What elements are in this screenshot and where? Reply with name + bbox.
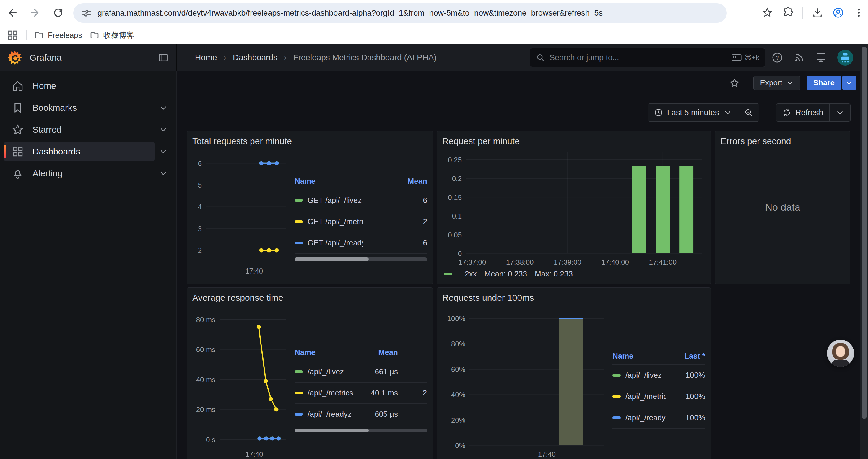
bookmark-star-icon[interactable] (761, 6, 773, 19)
refresh-button[interactable]: Refresh (776, 104, 829, 121)
time-controls: Last 5 minutes Refresh (177, 95, 868, 131)
legend-table: NameMeanGET /api/_/livez6GET /api/_/metr… (294, 173, 427, 261)
legend-row[interactable]: /api/_/readyz100% (613, 407, 705, 429)
legend-row[interactable]: GET /api/_/metrics2 (294, 211, 427, 232)
legend-column-header[interactable]: Last * (665, 352, 705, 361)
sidebar-item-label: Home (32, 81, 56, 91)
zoom-out-button[interactable] (738, 104, 759, 121)
floating-assistant-avatar[interactable] (827, 340, 854, 367)
panel-requests-under-100ms: Requests under 100ms 100%80%60%40%20%0%1… (437, 287, 711, 459)
no-data-message: No data (715, 201, 850, 213)
legend-column-header[interactable]: Mean (363, 177, 427, 186)
svg-text:17:40: 17:40 (245, 267, 263, 275)
search-shortcut: ⌘+k (732, 54, 759, 62)
legend-column-header[interactable]: Las (398, 348, 427, 357)
search-box[interactable]: ⌘+k (530, 48, 766, 67)
chevron-down-icon[interactable] (155, 125, 172, 134)
reload-icon[interactable] (52, 6, 64, 19)
menu-kebab-icon[interactable] (852, 6, 865, 19)
legend-row[interactable]: GET /api/_/readyz6 (294, 232, 427, 254)
sidebar-item-home[interactable]: Home (4, 76, 172, 96)
sidebar-item-alerting[interactable]: Alerting (4, 164, 172, 183)
legend-column-header[interactable]: Name (294, 177, 363, 186)
legend-scrollbar[interactable] (294, 257, 427, 261)
panel-title[interactable]: Total requests per minute (192, 135, 427, 149)
chevron-down-icon[interactable] (155, 169, 172, 178)
legend-scrollbar[interactable] (294, 429, 427, 432)
sidebar-item-starred[interactable]: Starred (4, 120, 172, 139)
legend-column-header[interactable]: Name (294, 348, 363, 357)
svg-text:100%: 100% (447, 315, 465, 323)
legend-row[interactable]: /api/_/readyz605 µs620 (294, 404, 427, 425)
legend-column-header[interactable]: Mean (363, 348, 398, 357)
favorite-star-icon[interactable] (729, 77, 740, 89)
total-requests-chart[interactable]: 6543217:40 (192, 149, 290, 276)
legend-row[interactable]: /api/_/metrics40.1 ms20.5 r (294, 383, 427, 404)
help-icon[interactable]: ? (772, 52, 783, 63)
legend-inline[interactable]: 2xx Mean: 0.233 Max: 0.233 (442, 269, 705, 278)
page-scrollbar[interactable] (860, 44, 868, 459)
grafana-logo[interactable] (8, 51, 22, 65)
sidebar-item-label: Bookmarks (32, 103, 77, 113)
url-text[interactable]: grafana.mathmast.com/d/deytv4rwavabkb/fr… (97, 8, 603, 18)
search-icon (536, 53, 545, 62)
legend-row[interactable]: /api/_/livez100% (613, 365, 705, 386)
average-response-time-chart[interactable]: 80 ms60 ms40 ms20 ms0 s17:40 (192, 305, 290, 459)
folder-icon (90, 30, 99, 40)
breadcrumb-dashboards[interactable]: Dashboards (233, 53, 277, 62)
search-input[interactable] (550, 53, 727, 62)
series-mean: Mean: 0.233 (484, 269, 527, 278)
legend-header: NameMean (294, 173, 427, 190)
bookmark-folder-blogs[interactable]: 收藏博客 (90, 30, 134, 40)
user-avatar[interactable] (837, 50, 853, 66)
panel-title[interactable]: Requests under 100ms (442, 292, 705, 305)
breadcrumb-home[interactable]: Home (195, 53, 217, 62)
series-color-chip (613, 395, 621, 398)
time-range-picker[interactable]: Last 5 minutes (648, 104, 738, 121)
svg-text:17:40: 17:40 (538, 450, 556, 458)
news-rss-icon[interactable] (794, 52, 805, 63)
svg-text:0.15: 0.15 (448, 193, 462, 201)
sidebar-item-bookmarks[interactable]: Bookmarks (4, 98, 172, 118)
svg-text:60%: 60% (451, 365, 465, 373)
sidebar-item-dashboards[interactable]: Dashboards (4, 142, 172, 161)
request-per-minute-chart[interactable]: 0.250.20.150.10.05017:37:0017:38:0017:39… (442, 149, 705, 267)
site-settings-icon[interactable] (82, 8, 92, 18)
profile-icon[interactable] (832, 6, 844, 19)
forward-icon[interactable] (29, 6, 41, 19)
bookmark-label: 收藏博客 (103, 30, 134, 40)
extensions-icon[interactable] (782, 6, 794, 19)
share-button[interactable]: Share (807, 76, 841, 90)
sidebar-toggle-icon[interactable] (157, 52, 169, 63)
chevron-down-icon (723, 108, 732, 117)
share-dropdown-button[interactable] (842, 76, 856, 90)
svg-text:17:38:00: 17:38:00 (506, 258, 533, 266)
svg-text:17:39:00: 17:39:00 (554, 258, 581, 266)
panel-title[interactable]: Errors per second (720, 135, 845, 149)
panel-title[interactable]: Request per minute (442, 135, 705, 149)
requests-under-100ms-chart[interactable]: 100%80%60%40%20%0%17:40 (442, 305, 608, 459)
panel-average-response-time: Average response time 80 ms60 ms40 ms20 … (187, 287, 433, 459)
svg-text:0 s: 0 s (206, 436, 215, 444)
chevron-down-icon[interactable] (155, 103, 172, 112)
apps-grid-icon[interactable] (7, 30, 18, 41)
legend-row[interactable]: /api/_/livez661 µs646 (294, 361, 427, 383)
download-icon[interactable] (811, 6, 824, 19)
svg-text:80%: 80% (451, 340, 465, 348)
bookmark-folder-freeleaps[interactable]: Freeleaps (34, 30, 82, 40)
export-button[interactable]: Export (753, 76, 800, 90)
legend-column-header[interactable]: Name (613, 352, 665, 361)
refresh-interval-dropdown[interactable] (829, 104, 850, 121)
svg-text:0: 0 (458, 250, 462, 258)
legend-row[interactable]: GET /api/_/livez6 (294, 190, 427, 211)
kiosk-monitor-icon[interactable] (815, 52, 827, 63)
panel-title[interactable]: Average response time (192, 292, 427, 305)
legend-row[interactable]: /api/_/metrics100% (613, 386, 705, 407)
back-icon[interactable] (6, 6, 18, 19)
browser-toolbar: grafana.mathmast.com/d/deytv4rwavabkb/fr… (0, 0, 868, 26)
breadcrumb-separator: › (224, 53, 226, 62)
scrollbar-thumb[interactable] (862, 47, 867, 419)
chevron-down-icon[interactable] (155, 147, 172, 156)
bookmarks-bar: Freeleaps 收藏博客 (0, 26, 868, 44)
address-bar[interactable]: grafana.mathmast.com/d/deytv4rwavabkb/fr… (73, 3, 727, 23)
